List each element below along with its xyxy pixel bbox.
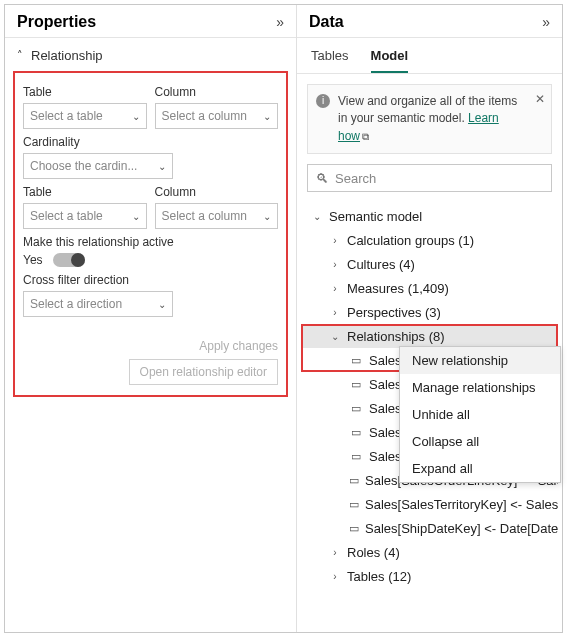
chevron-down-icon: ⌄: [329, 331, 341, 342]
column-label-2: Column: [155, 185, 279, 199]
table-select-1-placeholder: Select a table: [30, 109, 103, 123]
properties-panel: Properties » ˄ Relationship Table Select…: [5, 5, 297, 632]
data-tabs: Tables Model: [297, 38, 562, 73]
model-tree: ⌄Semantic model ›Calculation groups (1) …: [301, 204, 558, 588]
open-relationship-editor-button[interactable]: Open relationship editor: [129, 359, 278, 385]
table-label-1: Table: [23, 85, 147, 99]
search-icon: 🔍︎: [316, 171, 329, 186]
tree-item[interactable]: ›Calculation groups (1): [301, 228, 558, 252]
tree-item-label: Sales[ShipDateKey] <- Date[DateKey]: [365, 521, 558, 536]
relationship-icon: ▭: [349, 474, 359, 487]
tab-model[interactable]: Model: [371, 44, 409, 73]
chevron-down-icon: ⌄: [132, 211, 140, 222]
data-title: Data: [309, 13, 344, 31]
chevron-right-icon: ›: [329, 283, 341, 294]
chevron-up-icon: ˄: [17, 49, 23, 62]
data-header: Data »: [297, 5, 562, 37]
relationship-icon: ▭: [349, 378, 363, 391]
apply-changes-button[interactable]: Apply changes: [199, 339, 278, 353]
menu-item-collapse-all[interactable]: Collapse all: [400, 428, 560, 455]
column-select-1[interactable]: Select a column ⌄: [155, 103, 279, 129]
properties-title: Properties: [17, 13, 96, 31]
chevron-right-icon: ›: [329, 307, 341, 318]
menu-item-new-relationship[interactable]: New relationship: [400, 347, 560, 374]
chevron-right-icon: ›: [329, 571, 341, 582]
tree-item[interactable]: ›Cultures (4): [301, 252, 558, 276]
cardinality-placeholder: Choose the cardin...: [30, 159, 137, 173]
context-menu: New relationship Manage relationships Un…: [399, 346, 561, 483]
relationship-icon: ▭: [349, 522, 359, 535]
collapse-panel-icon[interactable]: »: [276, 14, 284, 30]
tree-item-label: Perspectives (3): [347, 305, 441, 320]
chevron-down-icon: ⌄: [263, 111, 271, 122]
tree-item-relationships[interactable]: ⌄Relationships (8): [301, 324, 558, 348]
relationship-section-header[interactable]: ˄ Relationship: [5, 38, 296, 65]
collapse-panel-icon[interactable]: »: [542, 14, 550, 30]
cross-filter-select[interactable]: Select a direction ⌄: [23, 291, 173, 317]
divider: [297, 73, 562, 74]
relationship-icon: ▭: [349, 402, 363, 415]
tree-item-label: Cultures (4): [347, 257, 415, 272]
active-value: Yes: [23, 253, 43, 267]
relationship-icon: ▭: [349, 354, 363, 367]
cross-filter-label: Cross filter direction: [23, 273, 278, 287]
tree-item-label: Roles (4): [347, 545, 400, 560]
tree-item-label: Measures (1,409): [347, 281, 449, 296]
tree-item-label: Calculation groups (1): [347, 233, 474, 248]
active-toggle[interactable]: [53, 253, 85, 267]
table-select-2[interactable]: Select a table ⌄: [23, 203, 147, 229]
search-placeholder: Search: [335, 171, 376, 186]
tree-item[interactable]: ›Measures (1,409): [301, 276, 558, 300]
cardinality-select[interactable]: Choose the cardin... ⌄: [23, 153, 173, 179]
chevron-down-icon: ⌄: [158, 299, 166, 310]
tree-item-label: Relationships (8): [347, 329, 445, 344]
tree-item-label: Sales[SalesTerritoryKey] <- Sales Te...: [365, 497, 558, 512]
chevron-right-icon: ›: [329, 235, 341, 246]
tree-item-label: Tables (12): [347, 569, 411, 584]
tree-item-relationship[interactable]: ▭Sales[SalesTerritoryKey] <- Sales Te...: [301, 492, 558, 516]
active-toggle-row: Yes: [23, 253, 278, 267]
relationship-icon: ▭: [349, 498, 359, 511]
tab-tables[interactable]: Tables: [311, 44, 349, 73]
tree-item-relationship[interactable]: ▭Sales[ShipDateKey] <- Date[DateKey]: [301, 516, 558, 540]
cross-filter-placeholder: Select a direction: [30, 297, 122, 311]
column-select-2-placeholder: Select a column: [162, 209, 247, 223]
active-label: Make this relationship active: [23, 235, 278, 249]
menu-item-manage-relationships[interactable]: Manage relationships: [400, 374, 560, 401]
cardinality-label: Cardinality: [23, 135, 278, 149]
table-label-2: Table: [23, 185, 147, 199]
close-icon[interactable]: ✕: [535, 91, 545, 108]
properties-header: Properties »: [5, 5, 296, 37]
search-input[interactable]: 🔍︎ Search: [307, 164, 552, 192]
tree-item[interactable]: ›Tables (12): [301, 564, 558, 588]
tree-root[interactable]: ⌄Semantic model: [301, 204, 558, 228]
column-label-1: Column: [155, 85, 279, 99]
menu-item-unhide-all[interactable]: Unhide all: [400, 401, 560, 428]
chevron-down-icon: ⌄: [263, 211, 271, 222]
chevron-down-icon: ⌄: [132, 111, 140, 122]
relationship-section-label: Relationship: [31, 48, 103, 63]
data-panel: Data » Tables Model i View and organize …: [297, 5, 562, 632]
chevron-right-icon: ›: [329, 259, 341, 270]
relationship-icon: ▭: [349, 450, 363, 463]
chevron-right-icon: ›: [329, 547, 341, 558]
relationship-icon: ▭: [349, 426, 363, 439]
column-select-1-placeholder: Select a column: [162, 109, 247, 123]
chevron-down-icon: ⌄: [158, 161, 166, 172]
chevron-down-icon: ⌄: [311, 211, 323, 222]
tree-item[interactable]: ›Perspectives (3): [301, 300, 558, 324]
column-select-2[interactable]: Select a column ⌄: [155, 203, 279, 229]
table-select-2-placeholder: Select a table: [30, 209, 103, 223]
external-link-icon: ⧉: [362, 131, 369, 142]
table-select-1[interactable]: Select a table ⌄: [23, 103, 147, 129]
info-icon: i: [316, 94, 330, 108]
app-root: Properties » ˄ Relationship Table Select…: [4, 4, 563, 633]
info-bar: i View and organize all of the items in …: [307, 84, 552, 154]
menu-item-expand-all[interactable]: Expand all: [400, 455, 560, 482]
tree-root-label: Semantic model: [329, 209, 422, 224]
toggle-knob: [71, 253, 85, 267]
tree-item[interactable]: ›Roles (4): [301, 540, 558, 564]
relationship-form: Table Select a table ⌄ Column Select a c…: [13, 71, 288, 397]
